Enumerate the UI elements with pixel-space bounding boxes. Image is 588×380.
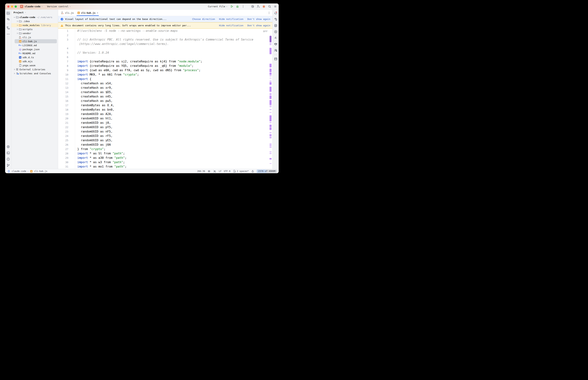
code-line[interactable]: 25 randomUUID as yE5,: [58, 138, 272, 143]
services-tool-window-button[interactable]: [6, 145, 10, 149]
memory-indicator[interactable]: 2376 of 4900M: [257, 170, 277, 173]
code-line[interactable]: 26 randomUUID as j0A: [58, 143, 272, 147]
inspections-widget-icon[interactable]: [213, 170, 216, 173]
banner-link-hide-notification[interactable]: Hide notification: [219, 24, 243, 27]
minimize-window-button[interactable]: [11, 5, 13, 8]
code-line[interactable]: 16 createHash as pw5,: [58, 99, 272, 103]
tab-options-button[interactable]: [267, 11, 271, 14]
code-line[interactable]: 30import * as w3 from "path";: [58, 160, 272, 164]
tree-item-cli-js[interactable]: 100JScli.js: [11, 35, 58, 39]
tree-item-cli-bak-js[interactable]: JScli-bak.js: [11, 39, 58, 43]
code-line[interactable]: 2: [58, 33, 272, 38]
more-actions-button[interactable]: [241, 5, 245, 8]
ai-assistant-spark-icon[interactable]: [262, 5, 265, 8]
notifications-button[interactable]: [274, 11, 278, 15]
code-line[interactable]: 28import * as Sl from "path";: [58, 151, 272, 156]
terminal-tool-window-button[interactable]: [6, 151, 10, 155]
tree-item--idea[interactable]: .idea: [11, 19, 58, 23]
project-tool-window-button[interactable]: [6, 11, 10, 15]
breadcrumb-project[interactable]: claude-code: [12, 170, 26, 172]
code-line[interactable]: 9import {cwd as e0A, cwd as FfA, cwd as …: [58, 68, 272, 73]
settings-button[interactable]: [274, 5, 277, 8]
tree-item-claude-code[interactable]: claude-code~/.nvm/vers: [11, 15, 58, 19]
code-line[interactable]: 12 createHash as xS4,: [58, 81, 272, 86]
git-tool-window-button[interactable]: [6, 163, 10, 167]
run-button[interactable]: [230, 5, 233, 8]
code-line[interactable]: 27} from "crypto";: [58, 147, 272, 151]
file-writable-icon[interactable]: [251, 170, 254, 173]
banner-link-don-t-show-again[interactable]: Don't show again: [247, 24, 270, 27]
chevron-right-icon[interactable]: [16, 24, 19, 27]
code-line[interactable]: 4: [58, 46, 272, 51]
banner-link-choose-direction[interactable]: Choose direction: [192, 18, 215, 20]
code-line[interactable]: 11import {: [58, 77, 272, 81]
chevron-right-icon[interactable]: [16, 20, 19, 23]
code-line[interactable]: 21 randomUUID as j0,: [58, 121, 272, 125]
tree-item-scripts[interactable]: scripts: [11, 27, 58, 31]
chevron-right-icon[interactable]: [13, 68, 16, 71]
code-with-me-button[interactable]: [257, 5, 260, 8]
ai-mention-icon[interactable]: [251, 5, 254, 8]
editor-tab-cli-bak-js[interactable]: JScli-bak.js✕: [76, 10, 100, 16]
code-line[interactable]: 18 randomBytes as bn0,: [58, 108, 272, 112]
tree-item-yoga-wasm[interactable]: yoga.wasm: [11, 63, 58, 67]
code-line[interactable]: 3// (c) Anthropic PBC. All rights reserv…: [58, 38, 272, 42]
code-line[interactable]: 5// Version: 1.0.24: [58, 51, 272, 55]
structure-tool-window-button[interactable]: [6, 26, 10, 30]
search-everywhere-button[interactable]: [268, 5, 271, 8]
run-configuration-selector[interactable]: Current File: [208, 5, 228, 8]
copilot-status-icon[interactable]: [207, 170, 211, 173]
code-line[interactable]: 17 randomBytes as O_4,: [58, 103, 272, 108]
ai-assistant-tool-window-button[interactable]: [274, 17, 278, 21]
m-plugin-tool-window-button[interactable]: [274, 57, 278, 61]
database-tool-window-button[interactable]: [274, 23, 278, 28]
project-menu[interactable]: claude-code: [25, 5, 43, 8]
editor-tab-cli-js[interactable]: 100JScli.js: [59, 10, 76, 16]
chevron-down-icon[interactable]: [13, 16, 16, 19]
editor-scrollbar-stripe[interactable]: [269, 33, 272, 169]
tree-item-sdk-d-ts[interactable]: TSsdk.d.ts: [11, 55, 58, 59]
code-line[interactable]: 13 createHash as xr9,: [58, 86, 272, 90]
code-line[interactable]: 14 createHash as $D5,: [58, 90, 272, 94]
code-line[interactable]: 1#!/usr/bin/env -S node --no-warnings --…: [58, 29, 272, 33]
tree-item-package-json[interactable]: {}package.json: [11, 47, 58, 51]
breadcrumb-file[interactable]: cli-bak.js: [34, 170, 47, 172]
collaboration-tool-window-button[interactable]: [274, 48, 278, 52]
more-tool-windows-button[interactable]: [6, 32, 10, 36]
tree-item-node-modules[interactable]: node_moduleslibrary: [11, 23, 58, 27]
caret-position-widget[interactable]: 266:36: [197, 170, 205, 172]
chevron-right-icon[interactable]: [16, 32, 19, 35]
line-ending-widget[interactable]: LF: [219, 170, 221, 172]
code-line[interactable]: 7import {createRequire as sj2, createReq…: [58, 59, 272, 64]
chevron-right-icon[interactable]: [13, 72, 16, 75]
tree-item-external-libraries[interactable]: External Libraries: [11, 67, 58, 71]
vcs-menu[interactable]: Version control: [47, 5, 71, 8]
chevron-right-icon[interactable]: [16, 28, 19, 31]
indent-widget[interactable]: 2 spaces*: [233, 170, 249, 173]
scrollbar-thumb[interactable]: [270, 36, 271, 42]
code-line[interactable]: 31import * as mo1 from "path";: [58, 164, 272, 169]
close-tab-icon[interactable]: ✕: [97, 12, 98, 14]
x-plugin-tool-window-button[interactable]: [274, 30, 278, 34]
banner-link-hide-notification[interactable]: Hide notification: [219, 18, 243, 20]
code-line[interactable]: (https://www.anthropic.com/legal/commerc…: [58, 42, 272, 46]
code-line[interactable]: 29import * as a30 from "path";: [58, 156, 272, 160]
plugin-tool-window-button[interactable]: [274, 36, 278, 40]
code-line[interactable]: 24 randomUUID as rF5,: [58, 134, 272, 138]
close-window-button[interactable]: [7, 5, 9, 8]
code-line[interactable]: 23 randomUUID as nF5,: [58, 129, 272, 134]
maximize-window-button[interactable]: [15, 5, 17, 8]
tree-item-sdk-mjs[interactable]: JSsdk.mjs: [11, 59, 58, 63]
code-line[interactable]: 20 randomUUID as ht1,: [58, 116, 272, 121]
code-line[interactable]: 15 createHash as n45,: [58, 94, 272, 99]
code-line[interactable]: 10import MK9, * as HA1 from "crypto";: [58, 73, 272, 77]
commit-tool-window-button[interactable]: ?: [6, 17, 10, 21]
code-line[interactable]: 8import {createRequire as YQ5, createReq…: [58, 64, 272, 68]
codestream-tool-window-button[interactable]: [274, 42, 278, 46]
code-line[interactable]: 6: [58, 55, 272, 59]
code-editor[interactable]: OFF 1#!/usr/bin/env -S node --no-warning…: [58, 29, 272, 169]
code-line[interactable]: 22 randomUUID as pY5,: [58, 125, 272, 129]
encoding-widget[interactable]: UTF-8: [224, 170, 230, 172]
debug-button[interactable]: [236, 5, 239, 8]
code-line[interactable]: 19 randomUUID as A2A,: [58, 112, 272, 116]
